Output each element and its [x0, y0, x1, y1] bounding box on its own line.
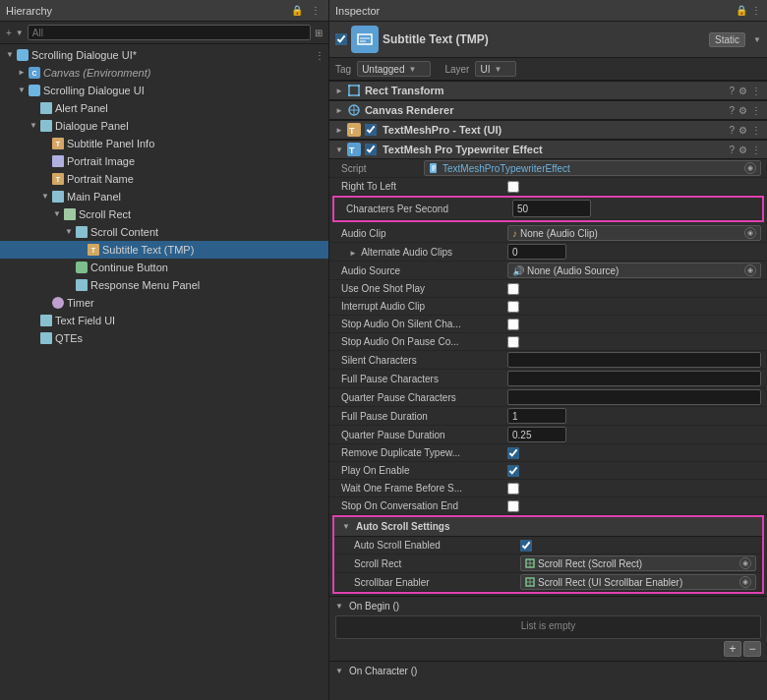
tag-dropdown[interactable]: Untagged ▼ — [357, 61, 431, 77]
tree-item-portrait-image[interactable]: Portrait Image — [0, 152, 328, 170]
audio-source-ref[interactable]: 🔊 None (Audio Source) ◉ — [507, 262, 761, 278]
rect-transform-help[interactable]: ? — [729, 86, 735, 96]
audio-source-row: Audio Source 🔊 None (Audio Source) ◉ — [329, 262, 767, 280]
textmeshpro-more[interactable]: ⋮ — [751, 125, 761, 136]
tree-item-dialogue-panel[interactable]: Dialogue Panel — [0, 117, 328, 135]
tree-item-scrolling-dialogue[interactable]: Scrolling Dialogue UI* ⋮ — [0, 46, 328, 64]
audio-clip-ref[interactable]: ♪ None (Audio Clip) ◉ — [507, 225, 761, 241]
section-typewriter[interactable]: ▼ T TextMesh Pro Typewriter Effect ? ⚙ ⋮ — [329, 140, 767, 159]
full-pause-duration-label: Full Pause Duration — [341, 411, 503, 422]
use-one-shot-checkbox[interactable] — [507, 283, 519, 295]
section-canvas-renderer[interactable]: ► Canvas Renderer ? ⚙ ⋮ — [329, 100, 767, 120]
tree-item-canvas-env[interactable]: C Canvas (Environment) — [0, 64, 328, 82]
alternate-audio-count-input[interactable] — [507, 244, 566, 260]
stop-audio-pause-value — [507, 336, 761, 348]
quarter-pause-duration-input[interactable] — [507, 427, 566, 442]
chars-per-second-input[interactable] — [512, 200, 591, 217]
scrollbar-enabler-ref[interactable]: Scroll Rect (UI Scrollbar Enabler) ◉ — [520, 574, 756, 590]
wait-one-frame-checkbox[interactable] — [507, 483, 519, 495]
tree-item-main-panel[interactable]: Main Panel — [0, 188, 328, 205]
use-one-shot-label: Use One Shot Play — [341, 283, 503, 294]
rect-transform-settings[interactable]: ⚙ — [738, 86, 747, 96]
tree-item-scrolling-dialogue-2[interactable]: Scrolling Dialogue UI — [0, 82, 328, 99]
play-on-enable-checkbox[interactable] — [507, 465, 519, 477]
inspector-lock-icon[interactable]: 🔒 — [736, 5, 747, 16]
script-circle-btn[interactable]: ◉ — [744, 162, 756, 174]
typewriter-settings[interactable]: ⚙ — [738, 145, 747, 155]
silent-chars-input[interactable] — [507, 352, 761, 368]
image-icon — [51, 154, 65, 168]
auto-scroll-enabled-checkbox[interactable] — [520, 540, 532, 552]
tree-item-text-field-ui[interactable]: Text Field UI — [0, 312, 328, 329]
stop-on-conversation-value — [507, 500, 761, 512]
remove-duplicate-label: Remove Duplicate Typew... — [341, 447, 503, 458]
on-begin-event-buttons: + − — [335, 641, 761, 657]
full-pause-duration-input[interactable] — [507, 408, 566, 424]
layer-dropdown[interactable]: UI ▼ — [475, 61, 516, 77]
tree-label-portrait-image: Portrait Image — [67, 155, 135, 167]
auto-scroll-settings-header[interactable]: ▼ Auto Scroll Settings — [334, 517, 762, 537]
canvas-renderer-more[interactable]: ⋮ — [751, 105, 761, 116]
tree-item-qtes[interactable]: QTEs — [0, 329, 328, 347]
alternate-audio-row: ► Alternate Audio Clips — [329, 243, 767, 262]
section-textmeshpro[interactable]: ► T TextMeshPro - Text (UI) ? ⚙ ⋮ — [329, 120, 767, 140]
scrollbar-enabler-circle-btn[interactable]: ◉ — [739, 576, 751, 588]
tree-item-scroll-rect[interactable]: Scroll Rect — [0, 205, 328, 223]
tree-item-alert-panel[interactable]: Alert Panel — [0, 99, 328, 117]
scrollbar-enabler-row: Scrollbar Enabler Scroll Rect (UI Scroll… — [334, 573, 762, 592]
textmeshpro-section-icons: ? ⚙ ⋮ — [729, 125, 761, 136]
quarter-pause-chars-input[interactable] — [507, 389, 761, 405]
script-row: Script TextMeshProTypewriterEffect ◉ — [329, 159, 767, 178]
rect-transform-more[interactable]: ⋮ — [751, 86, 761, 96]
canvas-renderer-settings[interactable]: ⚙ — [738, 105, 747, 116]
tree-item-subtitle-panel-info[interactable]: T Subtitle Panel Info — [0, 135, 328, 152]
stop-audio-pause-checkbox[interactable] — [507, 336, 519, 348]
stop-audio-silent-checkbox[interactable] — [507, 319, 519, 330]
tree-item-continue-button[interactable]: Continue Button — [0, 259, 328, 276]
interrupt-audio-checkbox[interactable] — [507, 301, 519, 313]
full-pause-chars-input[interactable] — [507, 371, 761, 386]
quarter-pause-chars-label: Quarter Pause Characters — [341, 392, 503, 403]
quarter-pause-duration-label: Quarter Pause Duration — [341, 430, 503, 440]
renderer-icon — [348, 104, 360, 116]
right-to-left-checkbox[interactable] — [507, 181, 519, 193]
tree-item-timer[interactable]: Timer — [0, 294, 328, 312]
canvas-renderer-help[interactable]: ? — [729, 105, 735, 116]
on-begin-remove-btn[interactable]: − — [743, 641, 761, 657]
scroll-rect-circle-btn[interactable]: ◉ — [739, 557, 751, 569]
subtitle-component-icon — [357, 31, 373, 47]
search-input[interactable] — [28, 25, 311, 40]
component-enabled-checkbox[interactable] — [335, 33, 347, 45]
script-value[interactable]: TextMeshProTypewriterEffect ◉ — [424, 160, 761, 176]
audio-clip-circle-btn[interactable]: ◉ — [744, 227, 756, 239]
audio-source-circle-btn[interactable]: ◉ — [744, 264, 756, 276]
hierarchy-lock-icon[interactable]: 🔒 — [289, 4, 305, 17]
button-icon — [75, 261, 88, 274]
textmeshpro-settings[interactable]: ⚙ — [738, 125, 747, 136]
on-begin-add-btn[interactable]: + — [724, 641, 741, 657]
item-menu-dots[interactable]: ⋮ — [315, 50, 324, 61]
inspector-more-icon[interactable]: ⋮ — [751, 5, 761, 16]
textmeshpro-enabled-checkbox[interactable] — [365, 124, 377, 136]
scroll-rect-ref[interactable]: Scroll Rect (Scroll Rect) ◉ — [520, 555, 756, 571]
tree-item-subtitle-text[interactable]: T Subtitle Text (TMP) — [0, 241, 328, 259]
tree-label-qtes: QTEs — [55, 332, 83, 344]
tree-item-response-menu[interactable]: Response Menu Panel — [0, 276, 328, 294]
static-dropdown-arrow[interactable]: ▼ — [753, 35, 761, 44]
stop-on-conversation-checkbox[interactable] — [507, 500, 519, 512]
tree-item-portrait-name[interactable]: T Portrait Name — [0, 170, 328, 188]
inspector-title: Inspector — [335, 5, 730, 17]
section-rect-transform[interactable]: ► Rect Transform ? ⚙ ⋮ — [329, 81, 767, 100]
full-pause-chars-row: Full Pause Characters — [329, 370, 767, 388]
grid-view-icon[interactable]: ⊞ — [315, 28, 323, 38]
typewriter-enabled-checkbox[interactable] — [365, 144, 377, 155]
typewriter-help[interactable]: ? — [729, 145, 735, 155]
hierarchy-header-icons: 🔒 ⋮ — [289, 4, 323, 17]
text-icon: T — [51, 137, 65, 150]
remove-duplicate-checkbox[interactable] — [507, 447, 519, 459]
hierarchy-more-icon[interactable]: ⋮ — [309, 4, 323, 17]
typewriter-more[interactable]: ⋮ — [751, 145, 761, 155]
alternate-audio-arrow[interactable]: ► Alternate Audio Clips — [341, 247, 503, 258]
tree-item-scroll-content[interactable]: Scroll Content — [0, 223, 328, 241]
textmeshpro-help[interactable]: ? — [729, 125, 735, 136]
